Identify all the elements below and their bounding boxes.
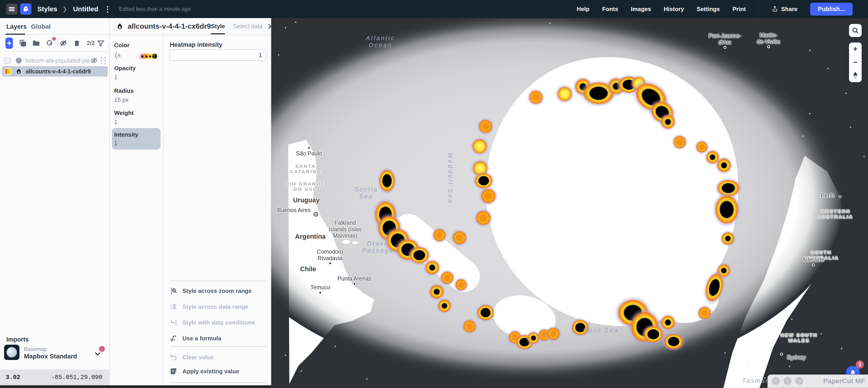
heatmap-blob (661, 331, 686, 352)
heatmap-blob (436, 297, 453, 315)
divider (0, 51, 109, 52)
heatmap-color-gradient[interactable] (138, 53, 158, 59)
style-menu-kebab-icon[interactable]: ⋮ (104, 7, 112, 11)
topbar-item-print[interactable]: Print (733, 6, 746, 13)
tab-layers[interactable]: Layers (6, 23, 27, 30)
heatmap-blob (431, 227, 448, 244)
divider (170, 382, 267, 383)
layer-checkbox[interactable] (4, 57, 11, 64)
window-close-button[interactable] (772, 377, 780, 385)
star (295, 22, 296, 23)
property-opacity-label[interactable]: Opacity (114, 65, 135, 72)
drag-handle[interactable] (101, 57, 106, 64)
map-search-button[interactable] (849, 24, 862, 37)
clear-undo-icon (170, 353, 178, 361)
data-conditions-icon (170, 319, 178, 326)
map-status-bar: 3.02 -85.051,29.090 (0, 369, 109, 385)
star (791, 318, 793, 320)
divider (170, 346, 267, 347)
share-button[interactable]: Share (772, 6, 798, 13)
property-intensity-selected[interactable]: Intensity 1 (112, 128, 160, 150)
use-a-formula-option[interactable]: Use a formula (170, 334, 221, 342)
layer-row-hotosm[interactable]: hotosm-ata-populated-places… (0, 55, 109, 66)
star (841, 348, 842, 349)
papercut-titlebar: PaperCut MF (768, 375, 868, 388)
star (864, 156, 865, 157)
edited-status: Edited less than a minute ago (119, 6, 191, 12)
topbar-menu: HelpFontsImagesHistorySettingsPrint Shar… (577, 0, 868, 18)
mapbox-studio-app: Styles ❯ Untitled ⋮ Edited less than a m… (0, 0, 868, 388)
hide-layer-eye-off-icon[interactable] (59, 39, 67, 47)
window-maximize-button[interactable] (796, 377, 803, 385)
publish-button[interactable]: Publish... (810, 3, 852, 15)
star (747, 364, 748, 365)
map-zoom-control: + − (849, 42, 862, 82)
style-across-zoom-range-option[interactable]: Style across zoom range (170, 287, 252, 295)
topbar-item-help[interactable]: Help (577, 6, 590, 13)
divider (170, 281, 267, 281)
compass-north-icon (853, 72, 858, 75)
breadcrumb-doc-title[interactable]: Untitled (73, 5, 98, 13)
window-minimize-button[interactable] (784, 377, 792, 385)
property-opacity-value[interactable]: 1 (114, 74, 117, 81)
heatmap-blob (719, 230, 737, 247)
heatmap-blob (569, 317, 591, 337)
select-components-icon[interactable] (46, 39, 54, 47)
top-bar: Styles ❯ Untitled ⋮ Edited less than a m… (0, 0, 868, 18)
editor-heading: Heatmap intensity (170, 41, 222, 48)
tab-style[interactable]: Style (211, 23, 225, 30)
layer-name: hotosm-ata-populated-places… (25, 57, 90, 64)
intensity-input[interactable] (169, 50, 267, 61)
tab-select-data[interactable]: Select data (233, 23, 262, 30)
clipboard-apply-icon (170, 367, 178, 375)
style-with-data-conditions-option[interactable]: Style with data conditions (170, 319, 255, 326)
layer-count: 2/2 (87, 40, 95, 46)
star (285, 355, 286, 356)
map-canvas[interactable]: Atlantic OceanPort-Jeanne- d'ArcMartin- … (271, 18, 868, 388)
style-across-data-range-option[interactable]: Style across data range (170, 303, 248, 311)
rocket-icon (22, 6, 29, 12)
mapbox-logo-icon[interactable] (20, 3, 31, 15)
compass-south-icon (853, 76, 858, 79)
topbar-item-images[interactable]: Images (631, 6, 651, 13)
layer-title: allcounts-v-4-4-1-cx6dr9 (128, 22, 211, 31)
clear-value-action[interactable]: Clear value (170, 353, 214, 361)
compass-bearing-button[interactable] (849, 69, 862, 82)
breadcrumb-separator: ❯ (62, 6, 67, 13)
heatmap-blob (545, 325, 562, 343)
breadcrumb-app[interactable]: Styles (37, 5, 57, 13)
property-color-row[interactable] (114, 51, 158, 61)
group-folder-icon[interactable] (32, 39, 40, 47)
add-layer-button[interactable]: + (5, 37, 13, 49)
papercut-window[interactable]: PaperCut MF (767, 375, 868, 388)
topbar-item-settings[interactable]: Settings (697, 6, 720, 13)
topbar-item-history[interactable]: History (664, 6, 684, 13)
property-weight-value[interactable]: 1 (114, 119, 117, 126)
hamburger-menu-button[interactable] (6, 3, 18, 15)
falkland-islet (352, 241, 358, 245)
layer-hidden-eye-off-icon[interactable] (90, 57, 98, 64)
divider (758, 0, 759, 18)
property-weight-label[interactable]: Weight (114, 109, 133, 117)
basemap-label: Basemap (24, 346, 47, 352)
layer-row-allcounts-selected[interactable]: allcounts-v-4-4-1-cx6dr9 (2, 66, 108, 76)
property-radius-value[interactable]: 15 px (114, 96, 129, 103)
duplicate-layer-icon[interactable] (19, 39, 26, 47)
apply-existing-value-action[interactable]: Apply existing value (170, 367, 239, 375)
layer-name: allcounts-v-4-4-1-cx6dr9 (26, 68, 91, 75)
zoom-range-icon (170, 287, 178, 295)
property-radius-label[interactable]: Radius (114, 88, 134, 94)
filter-layers-icon[interactable] (97, 39, 105, 47)
heatmap-blob (476, 117, 495, 136)
delete-layer-trash-icon[interactable] (73, 39, 81, 47)
imports-heading: Imports (6, 336, 29, 343)
zoom-out-button[interactable]: − (849, 55, 862, 69)
zoom-in-button[interactable]: + (849, 42, 862, 55)
heatmap-blob (461, 318, 478, 335)
tab-global[interactable]: Global (31, 23, 51, 30)
drag-handle[interactable] (100, 68, 105, 75)
star (809, 50, 811, 51)
heatmap-flame-icon (16, 68, 22, 75)
basemap-thumbnail[interactable] (4, 345, 20, 360)
topbar-item-fonts[interactable]: Fonts (602, 6, 618, 13)
